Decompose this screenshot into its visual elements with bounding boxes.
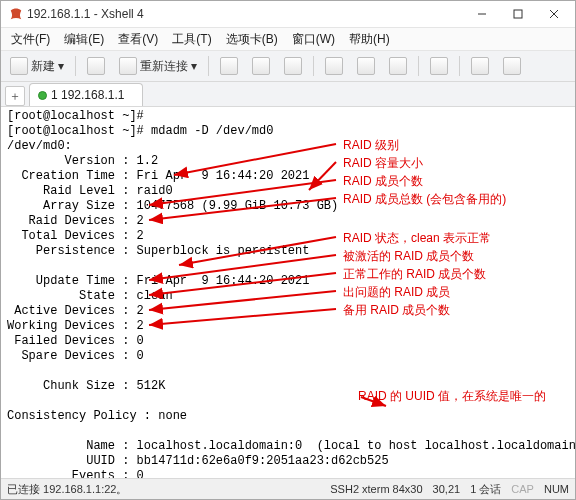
status-terminal-info: SSH2 xterm 84x30 (330, 483, 422, 495)
kv-total-devices: Total Devices : 2 (7, 229, 144, 243)
kv-update-time: Update Time : Fri Apr 9 16:44:20 2021 (7, 274, 309, 288)
menu-file[interactable]: 文件(F) (5, 29, 56, 50)
tool-icon (252, 57, 270, 75)
kv-array-size: Array Size : 10477568 (9.99 GiB 10.73 GB… (7, 199, 338, 213)
output: /dev/md0: (7, 139, 72, 153)
kv-version: Version : 1.2 (7, 154, 158, 168)
document-icon (10, 57, 28, 75)
separator (459, 56, 460, 76)
command-line: [root@localhost ~]# mdadm -D /dev/md0 (7, 124, 273, 138)
kv-chunk-size: Chunk Size : 512K (7, 379, 165, 393)
menubar: 文件(F) 编辑(E) 查看(V) 工具(T) 选项卡(B) 窗口(W) 帮助(… (1, 28, 575, 51)
svg-rect-1 (514, 10, 522, 18)
status-connection: 已连接 192.168.1.1:22。 (7, 482, 127, 497)
tool-button-4[interactable] (320, 54, 348, 78)
menu-tab[interactable]: 选项卡(B) (220, 29, 284, 50)
separator (75, 56, 76, 76)
kv-active-devices: Active Devices : 2 (7, 304, 144, 318)
app-window: 192.168.1.1 - Xshell 4 文件(F) 编辑(E) 查看(V)… (0, 0, 576, 500)
kv-consistency-policy: Consistency Policy : none (7, 409, 187, 423)
tool-button-7[interactable] (425, 54, 453, 78)
open-button[interactable] (82, 54, 110, 78)
tool-button-1[interactable] (215, 54, 243, 78)
tool-icon (284, 57, 302, 75)
menu-help[interactable]: 帮助(H) (343, 29, 396, 50)
separator (313, 56, 314, 76)
window-title: 192.168.1.1 - Xshell 4 (27, 7, 465, 21)
app-icon (9, 7, 23, 21)
maximize-button[interactable] (501, 3, 535, 25)
status-num: NUM (544, 483, 569, 495)
tool-button-5[interactable] (352, 54, 380, 78)
chevron-down-icon: ▾ (191, 59, 197, 73)
tool-icon (430, 57, 448, 75)
tool-icon (389, 57, 407, 75)
terminal-pane: [root@localhost ~]# [root@localhost ~]# … (1, 107, 575, 478)
kv-raid-level: Raid Level : raid0 (7, 184, 173, 198)
tool-button-3[interactable] (279, 54, 307, 78)
tool-icon (220, 57, 238, 75)
kv-creation-time: Creation Time : Fri Apr 9 16:44:20 2021 (7, 169, 309, 183)
new-button[interactable]: 新建 ▾ (5, 54, 69, 78)
chevron-down-icon: ▾ (58, 59, 64, 73)
help-icon (503, 57, 521, 75)
terminal[interactable]: [root@localhost ~]# [root@localhost ~]# … (1, 107, 575, 478)
minimize-button[interactable] (465, 3, 499, 25)
reconnect-button[interactable]: 重新连接 ▾ (114, 54, 202, 78)
status-cursor-pos: 30,21 (433, 483, 461, 495)
kv-state: State : clean (7, 289, 173, 303)
separator (208, 56, 209, 76)
tab-label: 1 192.168.1.1 (51, 88, 124, 102)
statusbar: 已连接 192.168.1.1:22。 SSH2 xterm 84x30 30,… (1, 478, 575, 499)
titlebar: 192.168.1.1 - Xshell 4 (1, 1, 575, 28)
tool-button-6[interactable] (384, 54, 412, 78)
refresh-icon (119, 57, 137, 75)
tool-button-9[interactable] (498, 54, 526, 78)
menu-window[interactable]: 窗口(W) (286, 29, 341, 50)
menu-edit[interactable]: 编辑(E) (58, 29, 110, 50)
folder-icon (87, 57, 105, 75)
kv-failed-devices: Failed Devices : 0 (7, 334, 144, 348)
status-session-count: 1 会话 (470, 482, 501, 497)
tabbar: ＋ 1 192.168.1.1 (1, 82, 575, 107)
menu-view[interactable]: 查看(V) (112, 29, 164, 50)
kv-uuid: UUID : bb14711d:62e6a0f9:2051aa23:d62cb5… (7, 454, 389, 468)
tool-button-8[interactable] (466, 54, 494, 78)
reconnect-label: 重新连接 (140, 58, 188, 75)
kv-raid-devices: Raid Devices : 2 (7, 214, 144, 228)
close-button[interactable] (537, 3, 571, 25)
tool-button-2[interactable] (247, 54, 275, 78)
kv-events: Events : 0 (7, 469, 144, 478)
kv-name: Name : localhost.localdomain:0 (local to… (7, 439, 575, 453)
tool-icon (471, 57, 489, 75)
tool-icon (325, 57, 343, 75)
new-tab-button[interactable]: ＋ (5, 86, 25, 106)
kv-persistence: Persistence : Superblock is persistent (7, 244, 309, 258)
separator (418, 56, 419, 76)
tool-icon (357, 57, 375, 75)
toolbar: 新建 ▾ 重新连接 ▾ (1, 51, 575, 82)
new-label: 新建 (31, 58, 55, 75)
status-dot-icon (38, 91, 47, 100)
status-caps: CAP (511, 483, 534, 495)
prompt: [root@localhost ~]# (7, 109, 144, 123)
kv-working-devices: Working Devices : 2 (7, 319, 144, 333)
menu-tools[interactable]: 工具(T) (166, 29, 217, 50)
kv-spare-devices: Spare Devices : 0 (7, 349, 144, 363)
session-tab[interactable]: 1 192.168.1.1 (29, 83, 143, 106)
